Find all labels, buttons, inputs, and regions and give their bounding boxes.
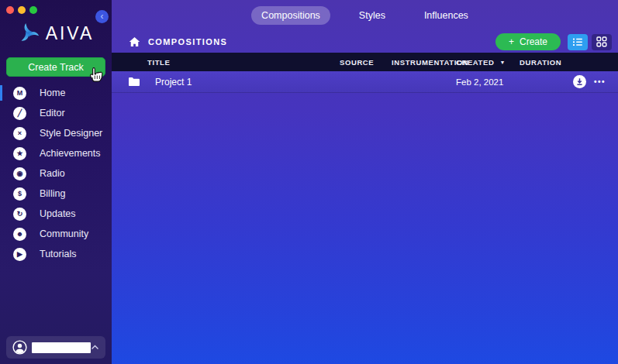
folder-icon	[128, 77, 140, 87]
breadcrumb: COMPOSITIONS	[148, 37, 227, 46]
row-menu-button[interactable]: •••	[594, 77, 606, 86]
create-button-label: Create	[520, 36, 547, 47]
sidebar-item-updates[interactable]: ↻ Updates	[0, 204, 112, 224]
main-area: Compositions Styles Influences COMPOSITI…	[112, 0, 618, 364]
page-header: COMPOSITIONS + Create	[112, 31, 618, 53]
list-icon	[572, 37, 583, 46]
sidebar-item-label: Achievements	[40, 148, 101, 159]
medal-icon: ★	[13, 147, 26, 160]
tab-styles[interactable]: Styles	[349, 6, 395, 25]
sidebar-item-label: Tutorials	[40, 249, 76, 259]
column-header-title: TITLE	[147, 58, 340, 67]
table-header: TITLE SOURCE INSTRUMENTATION CREATED ▼ D…	[112, 53, 618, 71]
aiva-logo-icon	[18, 22, 40, 45]
list-view-button[interactable]	[568, 34, 588, 50]
table-row[interactable]: Project 1 Feb 2, 2021 •••	[112, 71, 618, 93]
sidebar-item-label: Editor	[40, 108, 65, 118]
username-redacted	[32, 342, 91, 353]
column-header-created[interactable]: CREATED ▼	[456, 58, 520, 67]
sidebar-collapse-button[interactable]: ‹	[95, 10, 109, 23]
sort-desc-icon: ▼	[499, 60, 506, 65]
aiva-wave-icon: M	[13, 87, 26, 100]
brand-name: AIVA	[46, 23, 95, 44]
sidebar-item-radio[interactable]: ◉ Radio	[0, 163, 112, 184]
window-controls	[6, 6, 37, 14]
brand: AIVA	[0, 19, 112, 47]
zoom-window-button[interactable]	[29, 6, 37, 14]
row-created: Feb 2, 2021	[456, 77, 520, 87]
sidebar-item-tutorials[interactable]: ▶ Tutorials	[0, 244, 112, 264]
aiva-app-window: ‹ AIVA Create Track M Home	[0, 0, 618, 364]
column-header-duration: DURATION	[520, 58, 571, 67]
sidebar-item-editor[interactable]: ╱ Editor	[0, 103, 112, 123]
sidebar-item-label: Radio	[40, 168, 65, 179]
sidebar: ‹ AIVA Create Track M Home	[0, 0, 112, 364]
sidebar-item-label: Community	[40, 228, 88, 239]
sliders-icon: ×	[13, 127, 26, 140]
sidebar-item-label: Billing	[40, 188, 65, 199]
create-button[interactable]: + Create	[495, 33, 561, 50]
sidebar-item-achievements[interactable]: ★ Achievements	[0, 143, 112, 163]
sidebar-item-label: Updates	[40, 208, 76, 219]
top-tabs: Compositions Styles Influences	[112, 0, 618, 31]
close-window-button[interactable]	[6, 6, 14, 14]
sidebar-item-community[interactable]: ☻ Community	[0, 224, 112, 244]
row-title: Project 1	[147, 77, 340, 88]
download-icon	[575, 77, 584, 86]
sidebar-item-label: Home	[40, 88, 65, 98]
grid-view-button[interactable]	[592, 34, 612, 50]
sidebar-item-style-designer[interactable]: × Style Designer	[0, 123, 112, 143]
chevron-left-icon: ‹	[101, 11, 104, 22]
download-button[interactable]	[573, 75, 586, 88]
sidebar-nav: M Home ╱ Editor × Style Designer ★ Achie…	[0, 83, 112, 264]
play-icon: ▶	[13, 248, 26, 261]
grid-icon	[596, 36, 607, 47]
chevron-up-icon	[91, 345, 99, 350]
sidebar-item-billing[interactable]: $ Billing	[0, 184, 112, 204]
plus-icon: +	[509, 36, 514, 47]
column-header-source: SOURCE	[340, 58, 392, 67]
tab-influences[interactable]: Influences	[414, 6, 478, 25]
column-header-instrumentation: INSTRUMENTATION	[392, 58, 456, 67]
broadcast-icon: ◉	[13, 167, 26, 180]
refresh-icon: ↻	[13, 208, 26, 221]
minimize-window-button[interactable]	[18, 6, 26, 14]
tab-compositions[interactable]: Compositions	[251, 6, 330, 25]
discord-icon: ☻	[13, 228, 26, 241]
avatar-icon	[12, 340, 27, 355]
create-track-button[interactable]: Create Track	[6, 57, 105, 77]
user-menu[interactable]	[6, 336, 105, 359]
home-icon	[129, 36, 140, 47]
dollar-icon: $	[13, 187, 26, 201]
sidebar-item-label: Style Designer	[40, 128, 102, 139]
sidebar-item-home[interactable]: M Home	[0, 83, 112, 103]
pencil-icon: ╱	[13, 107, 26, 120]
